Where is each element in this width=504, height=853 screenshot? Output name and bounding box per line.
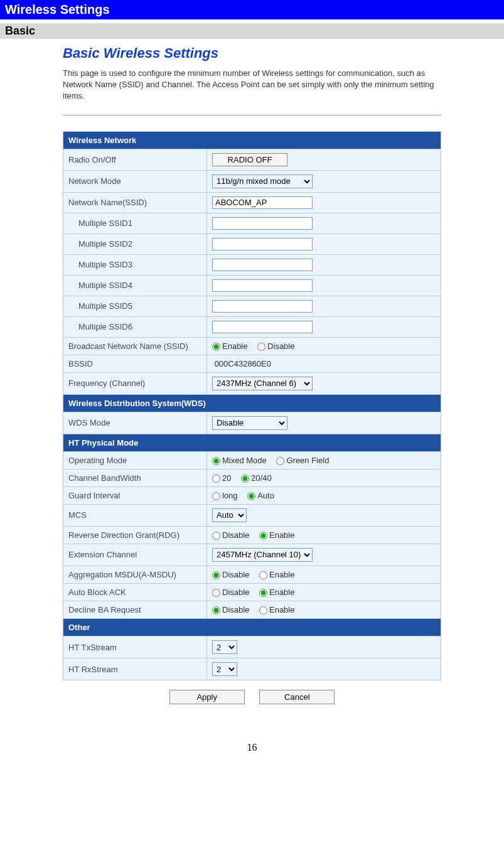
label-broadcast: Broadcast Network Name (SSID) (63, 338, 206, 355)
section-wireless-network: Wireless Network (63, 132, 441, 149)
label-decline-ba: Decline BA Request (63, 601, 206, 618)
blockack-enable-radio[interactable] (259, 589, 267, 597)
mssid5-input[interactable] (212, 300, 313, 313)
broadcast-enable-radio[interactable] (212, 343, 220, 351)
label-bssid: BSSID (63, 355, 206, 372)
label-freq: Frequency (Channel) (63, 373, 206, 394)
amsdu-disable-label[interactable]: Disable (212, 570, 249, 579)
section-other: Other (63, 619, 441, 636)
cancel-button[interactable] (259, 690, 335, 704)
guard-long-radio[interactable] (212, 492, 220, 500)
sub-header: Basic (0, 23, 504, 39)
guard-auto-label[interactable]: Auto (247, 491, 274, 500)
label-network-mode: Network Mode (63, 171, 206, 192)
rdg-enable-label[interactable]: Enable (259, 530, 294, 540)
label-amsdu: Aggregation MSDU(A-MSDU) (63, 566, 206, 583)
label-block-ack: Auto Block ACK (63, 584, 206, 601)
declineba-enable-radio[interactable] (259, 606, 267, 614)
mssid6-input[interactable] (212, 321, 313, 333)
opmode-green-radio[interactable] (276, 457, 284, 465)
bw20-label[interactable]: 20 (212, 473, 231, 483)
declineba-enable-label[interactable]: Enable (259, 605, 294, 614)
label-guard: Guard Interval (63, 487, 206, 504)
network-mode-select[interactable]: 11b/g/n mixed mode (212, 174, 313, 188)
guard-auto-radio[interactable] (247, 492, 255, 500)
bw2040-radio[interactable] (241, 475, 249, 483)
label-mssid2: Multiple SSID2 (63, 234, 206, 254)
amsdu-enable-radio[interactable] (259, 571, 267, 579)
section-ht: HT Physical Mode (63, 434, 441, 451)
apply-button[interactable] (169, 690, 245, 704)
wds-mode-select[interactable]: Disable (212, 416, 287, 430)
label-bw: Channel BandWidth (63, 469, 206, 486)
ssid-input[interactable] (212, 196, 313, 209)
amsdu-enable-label[interactable]: Enable (259, 570, 294, 579)
page-description: This page is used to configure the minim… (63, 68, 441, 102)
footer-buttons (63, 690, 441, 704)
mssid4-input[interactable] (212, 279, 313, 292)
opmode-mixed-label[interactable]: Mixed Mode (212, 456, 267, 465)
declineba-disable-label[interactable]: Disable (212, 605, 249, 614)
blockack-disable-label[interactable]: Disable (212, 587, 249, 597)
page-number: 16 (0, 742, 504, 753)
settings-table: Wireless Network Radio On/Off Network Mo… (63, 131, 441, 681)
mssid1-input[interactable] (212, 217, 313, 230)
label-ssid: Network Name(SSID) (63, 193, 206, 213)
bw20-radio[interactable] (212, 475, 220, 483)
broadcast-enable-label[interactable]: Enable (212, 341, 247, 351)
opmode-green-label[interactable]: Green Field (276, 456, 329, 465)
guard-long-label[interactable]: long (212, 491, 238, 500)
label-rdg: Reverse Direction Grant(RDG) (63, 527, 206, 544)
mssid3-input[interactable] (212, 259, 313, 271)
rx-select[interactable]: 2 (212, 662, 237, 676)
bssid-value: 000C432860E0 (207, 355, 441, 372)
divider (63, 115, 441, 115)
label-mssid6: Multiple SSID6 (63, 317, 206, 337)
broadcast-disable-radio[interactable] (257, 343, 265, 351)
tx-select[interactable]: 2 (212, 640, 237, 654)
label-wds-mode: WDS Mode (63, 412, 206, 434)
label-radio: Radio On/Off (63, 149, 206, 170)
label-rx: HT RxStream (63, 658, 206, 680)
ext-select[interactable]: 2457MHz (Channel 10) (212, 548, 313, 562)
declineba-disable-radio[interactable] (212, 606, 220, 614)
bw2040-label[interactable]: 20/40 (241, 473, 272, 483)
opmode-mixed-radio[interactable] (212, 457, 220, 465)
section-wds: Wireless Distribution System(WDS) (63, 395, 441, 412)
label-mssid3: Multiple SSID3 (63, 255, 206, 275)
broadcast-disable-label[interactable]: Disable (257, 341, 294, 351)
content-area: Basic Wireless Settings This page is use… (63, 45, 441, 704)
label-op-mode: Operating Mode (63, 452, 206, 469)
page-title: Basic Wireless Settings (63, 45, 441, 62)
label-mcs: MCS (63, 505, 206, 526)
freq-select[interactable]: 2437MHz (Channel 6) (212, 377, 313, 390)
page-header: Wireless Settings (0, 0, 504, 19)
radio-off-button[interactable] (212, 153, 287, 166)
label-tx: HT TxStream (63, 636, 206, 658)
label-ext: Extension Channel (63, 544, 206, 566)
label-mssid5: Multiple SSID5 (63, 296, 206, 316)
amsdu-disable-radio[interactable] (212, 571, 220, 579)
blockack-disable-radio[interactable] (212, 589, 220, 597)
mcs-select[interactable]: Auto (212, 508, 247, 522)
label-mssid4: Multiple SSID4 (63, 276, 206, 296)
label-mssid1: Multiple SSID1 (63, 213, 206, 233)
mssid2-input[interactable] (212, 238, 313, 250)
blockack-enable-label[interactable]: Enable (259, 587, 294, 597)
rdg-disable-label[interactable]: Disable (212, 530, 249, 540)
rdg-enable-radio[interactable] (259, 532, 267, 540)
rdg-disable-radio[interactable] (212, 532, 220, 540)
